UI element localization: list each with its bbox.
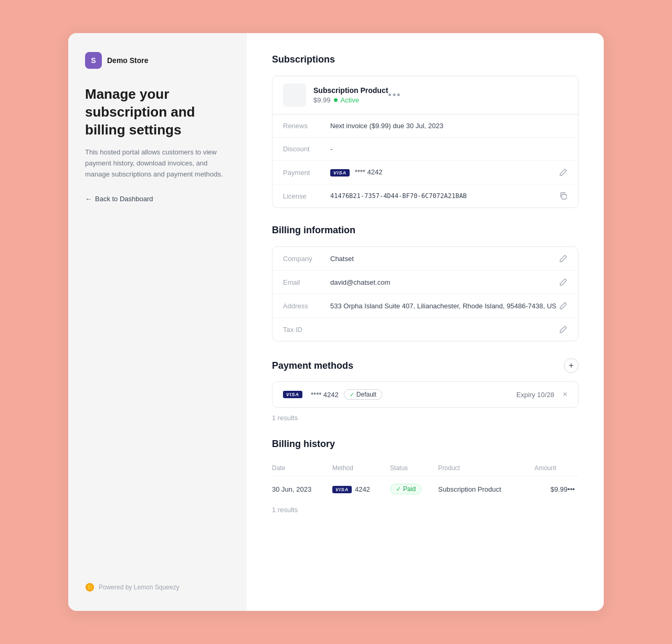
subscriptions-title: Subscriptions xyxy=(272,54,579,65)
payment-edit-button[interactable] xyxy=(559,168,568,176)
visa-badge: VISA xyxy=(330,169,350,176)
remove-payment-method-button[interactable]: × xyxy=(563,390,568,399)
history-product: Subscription Product xyxy=(438,476,534,502)
address-value: 533 Orpha Island Suite 407, Lilianachest… xyxy=(330,302,559,310)
store-name: Demo Store xyxy=(107,56,149,65)
col-method: Method xyxy=(332,460,390,476)
history-date: 30 Jun, 2023 xyxy=(272,476,332,502)
license-label: License xyxy=(283,192,330,200)
col-product: Product xyxy=(438,460,534,476)
renews-label: Renews xyxy=(283,122,330,130)
taxid-label: Tax ID xyxy=(283,326,330,334)
sidebar: S Demo Store Manage your subscription an… xyxy=(68,33,247,611)
company-value: Chatset xyxy=(330,255,559,263)
company-edit-button[interactable] xyxy=(559,254,568,263)
renews-value: Next invoice ($9.99) due 30 Jul, 2023 xyxy=(330,122,568,130)
subscription-card: Subscription Product $9.99 Active ••• Re… xyxy=(272,76,579,208)
default-badge: ✓ Default xyxy=(344,389,382,400)
billing-info-section: Billing information Company Chatset Emai… xyxy=(272,225,579,341)
company-row: Company Chatset xyxy=(272,247,578,271)
store-avatar: S xyxy=(85,52,102,69)
payment-card-left: VISA **** 4242 ✓ Default xyxy=(283,389,382,400)
discount-label: Discount xyxy=(283,145,330,153)
history-menu[interactable]: ••• xyxy=(568,476,579,502)
subscription-header-row: Subscription Product $9.99 Active ••• xyxy=(272,76,578,115)
payment-value: VISA **** 4242 xyxy=(330,168,559,176)
visa-badge-history: VISA xyxy=(332,486,352,493)
sidebar-description: This hosted portal allows customers to v… xyxy=(85,147,230,180)
active-dot-icon xyxy=(334,98,338,102)
history-status: ✓ Paid xyxy=(390,476,438,502)
taxid-row: Tax ID xyxy=(272,318,578,341)
payment-methods-title: Payment methods xyxy=(272,360,353,371)
product-thumbnail xyxy=(283,84,306,107)
main-content: Subscriptions Subscription Product $9.99… xyxy=(247,33,604,611)
discount-value: - xyxy=(330,145,568,153)
history-card: 4242 xyxy=(355,485,370,493)
email-label: Email xyxy=(283,278,330,286)
visa-badge-pm: VISA xyxy=(283,391,302,398)
payment-method-card: VISA **** 4242 ✓ Default Expiry 10/28 × xyxy=(272,381,579,408)
expiry-text: Expiry 10/28 xyxy=(516,391,554,399)
powered-by: Powered by Lemon Squeezy xyxy=(85,583,230,592)
back-arrow-icon: ← xyxy=(85,195,92,203)
address-row: Address 533 Orpha Island Suite 407, Lili… xyxy=(272,294,578,318)
email-row: Email david@chatset.com xyxy=(272,271,578,294)
billing-info-card: Company Chatset Email david@chatset.com xyxy=(272,246,579,341)
payment-card-right: Expiry 10/28 × xyxy=(516,390,568,399)
billing-history-title: Billing history xyxy=(272,439,579,450)
check-icon-history: ✓ xyxy=(396,485,401,493)
history-method: VISA 4242 xyxy=(332,476,390,502)
col-status: Status xyxy=(390,460,438,476)
card-number-pm: **** 4242 xyxy=(311,391,339,399)
license-value: 41476B21-7357-4D44-BF70-6C7072A21BAB xyxy=(330,192,559,200)
payment-methods-header: Payment methods + xyxy=(272,358,579,373)
billing-history-section: Billing history Date Method Status Produ… xyxy=(272,439,579,514)
billing-history-results: 1 results xyxy=(272,506,579,514)
payment-methods-section: Payment methods + VISA **** 4242 ✓ Defau… xyxy=(272,358,579,422)
company-label: Company xyxy=(283,255,330,263)
svg-point-1 xyxy=(87,584,92,590)
payment-label: Payment xyxy=(283,169,330,176)
product-name: Subscription Product xyxy=(313,86,388,95)
billing-history-table: Date Method Status Product Amount 30 Jun… xyxy=(272,460,579,502)
paid-badge: ✓ Paid xyxy=(390,484,422,494)
subscription-menu-button[interactable]: ••• xyxy=(388,90,401,101)
payment-results: 1 results xyxy=(272,414,579,422)
active-status: Active xyxy=(341,96,359,104)
history-amount: $9.99 xyxy=(534,476,568,502)
page-title: Manage your subscription and billing set… xyxy=(85,86,230,139)
table-row: 30 Jun, 2023 VISA 4242 ✓ Paid Subscripti… xyxy=(272,476,579,502)
copy-license-button[interactable] xyxy=(559,192,568,200)
email-edit-button[interactable] xyxy=(559,278,568,286)
address-edit-button[interactable] xyxy=(559,302,568,310)
payment-row: Payment VISA **** 4242 xyxy=(272,161,578,184)
subscriptions-section: Subscriptions Subscription Product $9.99… xyxy=(272,54,579,208)
discount-row: Discount - xyxy=(272,138,578,161)
address-label: Address xyxy=(283,302,330,310)
taxid-edit-button[interactable] xyxy=(559,325,568,334)
billing-info-title: Billing information xyxy=(272,225,579,236)
lemon-icon xyxy=(85,583,94,592)
license-row: License 41476B21-7357-4D44-BF70-6C7072A2… xyxy=(272,184,578,207)
add-payment-method-button[interactable]: + xyxy=(564,358,579,373)
svg-rect-2 xyxy=(562,194,566,199)
product-price: $9.99 xyxy=(313,96,331,104)
col-amount: Amount xyxy=(534,460,568,476)
col-date: Date xyxy=(272,460,332,476)
back-to-dashboard-link[interactable]: ← Back to Dashboard xyxy=(85,195,230,203)
check-icon: ✓ xyxy=(350,391,354,398)
product-meta: $9.99 Active xyxy=(313,96,388,104)
renews-row: Renews Next invoice ($9.99) due 30 Jul, … xyxy=(272,115,578,138)
email-value: david@chatset.com xyxy=(330,278,559,286)
store-header: S Demo Store xyxy=(85,52,230,69)
